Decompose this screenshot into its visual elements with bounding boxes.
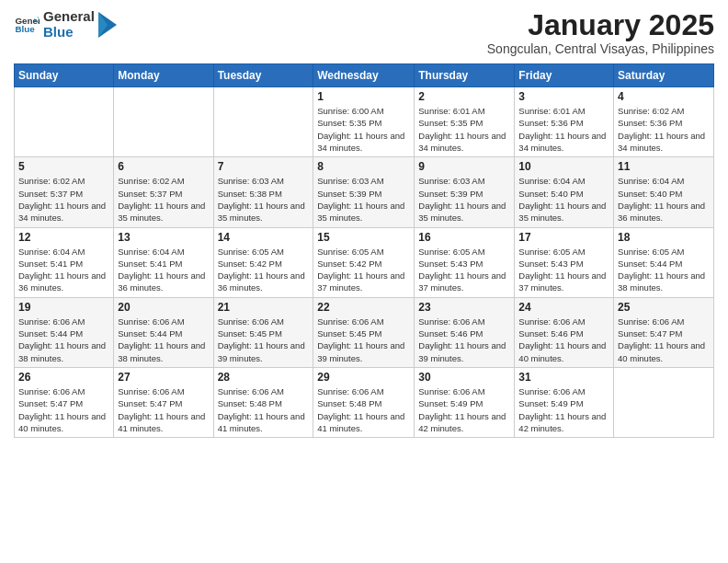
logo-icon: General Blue	[14, 12, 40, 38]
calendar-cell: 28Sunrise: 6:06 AMSunset: 5:48 PMDayligh…	[213, 367, 313, 437]
day-info: Sunrise: 6:03 AMSunset: 5:39 PMDaylight:…	[418, 175, 510, 224]
calendar-cell: 13Sunrise: 6:04 AMSunset: 5:41 PMDayligh…	[114, 227, 213, 297]
calendar-week-row: 1Sunrise: 6:00 AMSunset: 5:35 PMDaylight…	[15, 87, 714, 157]
day-info: Sunrise: 6:06 AMSunset: 5:45 PMDaylight:…	[317, 316, 410, 364]
day-number: 8	[317, 160, 410, 173]
day-info: Sunrise: 6:05 AMSunset: 5:43 PMDaylight:…	[518, 246, 609, 294]
day-info: Sunrise: 6:05 AMSunset: 5:42 PMDaylight:…	[317, 246, 410, 294]
day-info: Sunrise: 6:06 AMSunset: 5:49 PMDaylight:…	[518, 385, 609, 434]
calendar-cell: 12Sunrise: 6:04 AMSunset: 5:41 PMDayligh…	[15, 227, 114, 297]
calendar-cell: 11Sunrise: 6:04 AMSunset: 5:40 PMDayligh…	[614, 157, 714, 227]
day-number: 20	[118, 301, 209, 314]
calendar-cell: 27Sunrise: 6:06 AMSunset: 5:47 PMDayligh…	[114, 367, 213, 437]
day-info: Sunrise: 6:05 AMSunset: 5:43 PMDaylight:…	[418, 246, 510, 294]
calendar-cell	[614, 367, 714, 437]
calendar-cell: 30Sunrise: 6:06 AMSunset: 5:49 PMDayligh…	[415, 367, 515, 437]
calendar-cell: 9Sunrise: 6:03 AMSunset: 5:39 PMDaylight…	[415, 157, 515, 227]
day-info: Sunrise: 6:00 AMSunset: 5:35 PMDaylight:…	[317, 105, 410, 154]
calendar-cell: 19Sunrise: 6:06 AMSunset: 5:44 PMDayligh…	[15, 297, 114, 367]
calendar-cell: 17Sunrise: 6:05 AMSunset: 5:43 PMDayligh…	[515, 227, 614, 297]
day-info: Sunrise: 6:06 AMSunset: 5:44 PMDaylight:…	[18, 316, 109, 364]
day-info: Sunrise: 6:04 AMSunset: 5:40 PMDaylight:…	[518, 175, 609, 224]
day-number: 11	[618, 160, 710, 173]
calendar-week-row: 12Sunrise: 6:04 AMSunset: 5:41 PMDayligh…	[15, 227, 714, 297]
calendar-cell	[213, 87, 313, 157]
day-number: 22	[317, 301, 410, 314]
day-number: 16	[418, 231, 510, 244]
calendar-cell: 10Sunrise: 6:04 AMSunset: 5:40 PMDayligh…	[515, 157, 614, 227]
calendar-cell: 1Sunrise: 6:00 AMSunset: 5:35 PMDaylight…	[313, 87, 415, 157]
day-number: 2	[418, 90, 510, 103]
calendar-cell: 2Sunrise: 6:01 AMSunset: 5:35 PMDaylight…	[415, 87, 515, 157]
calendar-cell	[15, 87, 114, 157]
day-info: Sunrise: 6:05 AMSunset: 5:42 PMDaylight:…	[218, 246, 310, 294]
weekday-header-friday: Friday	[515, 64, 614, 87]
calendar-cell: 18Sunrise: 6:05 AMSunset: 5:44 PMDayligh…	[614, 227, 714, 297]
calendar-cell: 4Sunrise: 6:02 AMSunset: 5:36 PMDaylight…	[614, 87, 714, 157]
day-number: 26	[18, 371, 109, 384]
calendar-week-row: 19Sunrise: 6:06 AMSunset: 5:44 PMDayligh…	[15, 297, 714, 367]
day-info: Sunrise: 6:03 AMSunset: 5:39 PMDaylight:…	[317, 175, 410, 224]
calendar-cell: 3Sunrise: 6:01 AMSunset: 5:36 PMDaylight…	[515, 87, 614, 157]
weekday-header-monday: Monday	[114, 64, 213, 87]
header: General Blue General Blue January 2025 S…	[14, 9, 714, 56]
day-number: 19	[18, 301, 109, 314]
title-area: January 2025 Songculan, Central Visayas,…	[487, 9, 714, 56]
day-number: 14	[218, 231, 310, 244]
calendar-cell: 20Sunrise: 6:06 AMSunset: 5:44 PMDayligh…	[114, 297, 213, 367]
day-number: 21	[218, 301, 310, 314]
blue-arrow-icon	[98, 12, 117, 38]
weekday-header-thursday: Thursday	[415, 64, 515, 87]
logo-blue: Blue	[43, 25, 95, 40]
calendar-cell: 16Sunrise: 6:05 AMSunset: 5:43 PMDayligh…	[415, 227, 515, 297]
day-info: Sunrise: 6:06 AMSunset: 5:48 PMDaylight:…	[218, 385, 310, 434]
calendar-cell: 24Sunrise: 6:06 AMSunset: 5:46 PMDayligh…	[515, 297, 614, 367]
weekday-header-wednesday: Wednesday	[313, 64, 415, 87]
day-number: 6	[118, 160, 209, 173]
day-number: 9	[418, 160, 510, 173]
day-info: Sunrise: 6:04 AMSunset: 5:41 PMDaylight:…	[118, 246, 209, 294]
day-number: 3	[518, 90, 609, 103]
calendar-cell: 5Sunrise: 6:02 AMSunset: 5:37 PMDaylight…	[15, 157, 114, 227]
day-info: Sunrise: 6:06 AMSunset: 5:46 PMDaylight:…	[518, 316, 609, 364]
day-info: Sunrise: 6:01 AMSunset: 5:36 PMDaylight:…	[518, 105, 609, 154]
day-number: 29	[317, 371, 410, 384]
calendar-cell: 25Sunrise: 6:06 AMSunset: 5:47 PMDayligh…	[614, 297, 714, 367]
day-info: Sunrise: 6:02 AMSunset: 5:36 PMDaylight:…	[618, 105, 710, 154]
calendar-cell: 23Sunrise: 6:06 AMSunset: 5:46 PMDayligh…	[415, 297, 515, 367]
day-info: Sunrise: 6:06 AMSunset: 5:48 PMDaylight:…	[317, 385, 410, 434]
day-number: 23	[418, 301, 510, 314]
day-info: Sunrise: 6:06 AMSunset: 5:46 PMDaylight:…	[418, 316, 510, 364]
calendar-week-row: 5Sunrise: 6:02 AMSunset: 5:37 PMDaylight…	[15, 157, 714, 227]
day-number: 1	[317, 90, 410, 103]
svg-text:Blue: Blue	[15, 24, 35, 34]
day-number: 24	[518, 301, 609, 314]
month-title: January 2025	[487, 9, 714, 41]
calendar-cell: 29Sunrise: 6:06 AMSunset: 5:48 PMDayligh…	[313, 367, 415, 437]
day-info: Sunrise: 6:02 AMSunset: 5:37 PMDaylight:…	[118, 175, 209, 224]
logo: General Blue General Blue	[14, 9, 117, 40]
weekday-header-tuesday: Tuesday	[213, 64, 313, 87]
day-number: 10	[518, 160, 609, 173]
day-number: 4	[618, 90, 710, 103]
day-info: Sunrise: 6:03 AMSunset: 5:38 PMDaylight:…	[218, 175, 310, 224]
day-info: Sunrise: 6:06 AMSunset: 5:47 PMDaylight:…	[118, 385, 209, 434]
day-number: 5	[18, 160, 109, 173]
day-number: 28	[218, 371, 310, 384]
calendar-week-row: 26Sunrise: 6:06 AMSunset: 5:47 PMDayligh…	[15, 367, 714, 437]
day-info: Sunrise: 6:01 AMSunset: 5:35 PMDaylight:…	[418, 105, 510, 154]
day-number: 12	[18, 231, 109, 244]
calendar-cell: 7Sunrise: 6:03 AMSunset: 5:38 PMDaylight…	[213, 157, 313, 227]
day-info: Sunrise: 6:06 AMSunset: 5:47 PMDaylight:…	[18, 385, 109, 434]
calendar-cell: 31Sunrise: 6:06 AMSunset: 5:49 PMDayligh…	[515, 367, 614, 437]
day-number: 17	[518, 231, 609, 244]
calendar: SundayMondayTuesdayWednesdayThursdayFrid…	[14, 63, 714, 438]
day-number: 7	[218, 160, 310, 173]
calendar-cell: 6Sunrise: 6:02 AMSunset: 5:37 PMDaylight…	[114, 157, 213, 227]
day-info: Sunrise: 6:06 AMSunset: 5:49 PMDaylight:…	[418, 385, 510, 434]
calendar-cell: 14Sunrise: 6:05 AMSunset: 5:42 PMDayligh…	[213, 227, 313, 297]
day-number: 15	[317, 231, 410, 244]
day-number: 25	[618, 301, 710, 314]
day-info: Sunrise: 6:04 AMSunset: 5:41 PMDaylight:…	[18, 246, 109, 294]
day-info: Sunrise: 6:06 AMSunset: 5:47 PMDaylight:…	[618, 316, 710, 364]
